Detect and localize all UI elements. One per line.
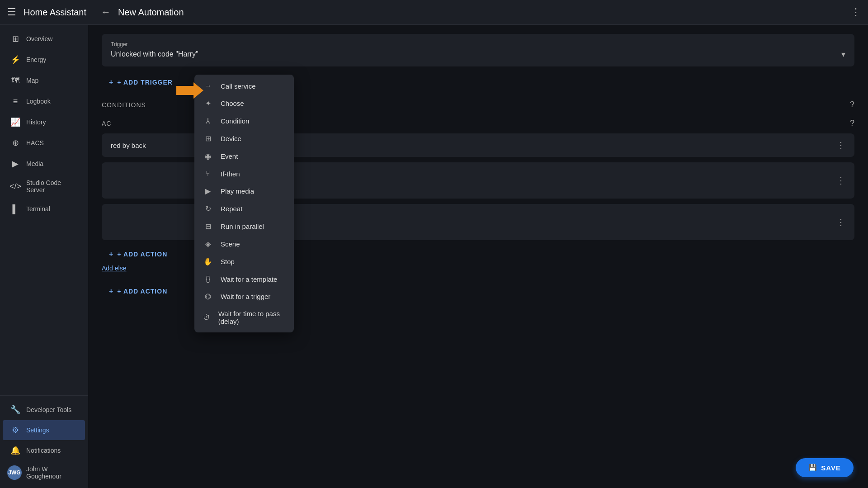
- sidebar-item-history[interactable]: 📈 History: [3, 112, 85, 132]
- sidebar-item-terminal[interactable]: ▌ Terminal: [3, 199, 85, 219]
- action-dropdown-menu: → Call service ✦ Choose ⅄ Condition ⊞ De…: [194, 75, 294, 332]
- repeat-icon: ↻: [202, 204, 214, 213]
- main-layout: ⊞ Overview ⚡ Energy 🗺 Map ≡ Logbook 📈 Hi…: [0, 25, 868, 488]
- dropdown-label-choose: Choose: [221, 99, 244, 107]
- sidebar-label-media: Media: [26, 160, 43, 167]
- sidebar-item-logbook[interactable]: ≡ Logbook: [3, 91, 85, 111]
- dropdown-label-if-then: If-then: [221, 170, 240, 178]
- sidebar-item-notifications[interactable]: 🔔 Notifications: [3, 441, 85, 460]
- energy-icon: ⚡: [10, 54, 21, 65]
- dropdown-label-condition: Condition: [221, 117, 249, 125]
- dropdown-item-run-parallel[interactable]: ⊟ Run in parallel: [194, 218, 294, 235]
- dropdown-item-stop[interactable]: ✋ Stop: [194, 253, 294, 270]
- dropdown-label-call-service: Call service: [221, 82, 256, 90]
- sidebar-label-notifications: Notifications: [26, 447, 61, 454]
- play-media-icon: ▶: [202, 187, 214, 195]
- sidebar-item-studio[interactable]: </> Studio Code Server: [3, 175, 85, 198]
- action-section-title: Ac: [102, 120, 111, 127]
- topbar: ☰ Home Assistant ← New Automation ⋮: [0, 0, 868, 25]
- condition-help-icon[interactable]: ?: [850, 100, 854, 109]
- sidebar-label-terminal: Terminal: [26, 205, 50, 213]
- add-trigger-button[interactable]: + + ADD TRIGGER: [102, 74, 180, 91]
- sidebar-item-devtools[interactable]: 🔧 Developer Tools: [3, 400, 85, 420]
- add-action-inner-plus-icon: +: [109, 250, 113, 258]
- sidebar-item-overview[interactable]: ⊞ Overview: [3, 29, 85, 49]
- more-options-icon[interactable]: ⋮: [851, 6, 861, 18]
- add-action-inner-label: + ADD ACTION: [117, 251, 167, 258]
- sidebar-label-energy: Energy: [26, 56, 46, 63]
- dropdown-label-run-parallel: Run in parallel: [221, 223, 264, 230]
- dropdown-item-wait-trigger[interactable]: ⌬ Wait for a trigger: [194, 288, 294, 305]
- dropdown-item-choose[interactable]: ✦ Choose: [194, 95, 294, 112]
- svg-marker-0: [176, 82, 203, 99]
- dropdown-label-stop: Stop: [221, 258, 235, 265]
- hacs-icon: ⊕: [10, 137, 21, 148]
- action-2-menu-icon[interactable]: ⋮: [836, 175, 845, 186]
- dropdown-item-call-service[interactable]: → Call service: [194, 77, 294, 95]
- sidebar-item-hacs[interactable]: ⊕ HACS: [3, 133, 85, 153]
- condition-icon: ⅄: [202, 117, 214, 125]
- trigger-dropdown-arrow[interactable]: ▾: [841, 49, 845, 59]
- terminal-icon: ▌: [10, 204, 21, 214]
- scene-icon: ◈: [202, 240, 214, 248]
- studio-icon: </>: [10, 181, 21, 192]
- dropdown-item-if-then[interactable]: ⑂ If-then: [194, 165, 294, 182]
- dropdown-item-wait-time[interactable]: ⏱ Wait for time to pass (delay): [194, 305, 294, 330]
- add-trigger-plus-icon: +: [109, 78, 113, 86]
- sidebar-label-settings: Settings: [26, 426, 49, 434]
- sidebar-label-history: History: [26, 118, 46, 126]
- call-service-icon: →: [202, 82, 214, 90]
- wait-template-icon: {}: [202, 275, 214, 283]
- trigger-label: Trigger: [111, 41, 845, 47]
- sidebar-item-user[interactable]: JWG John W Goughenour: [0, 461, 88, 484]
- if-then-icon: ⑂: [202, 170, 214, 178]
- sidebar-label-hacs: HACS: [26, 139, 44, 147]
- add-trigger-label: + ADD TRIGGER: [117, 79, 173, 86]
- sidebar-label-studio: Studio Code Server: [26, 179, 78, 194]
- map-icon: 🗺: [10, 75, 21, 86]
- dropdown-label-repeat: Repeat: [221, 205, 242, 213]
- media-icon: ▶: [10, 158, 21, 169]
- add-action-button-inner[interactable]: + + ADD ACTION: [102, 246, 175, 263]
- dropdown-label-device: Device: [221, 135, 241, 142]
- save-button[interactable]: 💾 SAVE: [796, 458, 854, 477]
- sidebar-item-settings[interactable]: ⚙ Settings: [3, 420, 85, 440]
- avatar: JWG: [7, 465, 22, 480]
- add-action-button-bottom[interactable]: + + ADD ACTION: [102, 283, 175, 300]
- dropdown-label-wait-template: Wait for a template: [221, 275, 277, 283]
- notifications-icon: 🔔: [10, 445, 21, 456]
- back-icon[interactable]: ←: [101, 6, 111, 18]
- sidebar-item-map[interactable]: 🗺 Map: [3, 71, 85, 90]
- dropdown-label-event: Event: [221, 152, 238, 160]
- sidebar-item-energy[interactable]: ⚡ Energy: [3, 50, 85, 70]
- dropdown-label-wait-time: Wait for time to pass (delay): [218, 310, 287, 325]
- dropdown-item-scene[interactable]: ◈ Scene: [194, 235, 294, 253]
- sidebar-label-overview: Overview: [26, 35, 52, 43]
- dropdown-item-repeat[interactable]: ↻ Repeat: [194, 200, 294, 218]
- add-action-bottom-label: + ADD ACTION: [117, 288, 167, 295]
- stop-icon: ✋: [202, 257, 214, 266]
- menu-icon[interactable]: ☰: [7, 6, 16, 18]
- history-icon: 📈: [10, 117, 21, 128]
- dropdown-item-wait-template[interactable]: {} Wait for a template: [194, 270, 294, 288]
- dropdown-item-play-media[interactable]: ▶ Play media: [194, 182, 294, 200]
- dropdown-label-play-media: Play media: [221, 187, 254, 195]
- dropdown-item-condition[interactable]: ⅄ Condition: [194, 112, 294, 130]
- dropdown-item-event[interactable]: ◉ Event: [194, 147, 294, 165]
- dropdown-label-scene: Scene: [221, 240, 240, 248]
- action-3-menu-icon[interactable]: ⋮: [836, 217, 845, 227]
- page-title: New Automation: [118, 7, 184, 18]
- app-title: Home Assistant: [24, 7, 86, 18]
- event-icon: ◉: [202, 152, 214, 161]
- action-1-menu-icon[interactable]: ⋮: [836, 140, 845, 151]
- device-icon: ⊞: [202, 134, 214, 143]
- overview-icon: ⊞: [10, 33, 21, 44]
- dropdown-item-device[interactable]: ⊞ Device: [194, 130, 294, 147]
- action-help-icon[interactable]: ?: [850, 118, 854, 128]
- arrow-pointer: [176, 82, 203, 99]
- wait-trigger-icon: ⌬: [202, 292, 214, 301]
- sidebar-item-media[interactable]: ▶ Media: [3, 154, 85, 174]
- add-else-link[interactable]: Add else: [102, 263, 126, 274]
- add-action-bottom-plus-icon: +: [109, 287, 113, 295]
- sidebar-label-logbook: Logbook: [26, 98, 51, 105]
